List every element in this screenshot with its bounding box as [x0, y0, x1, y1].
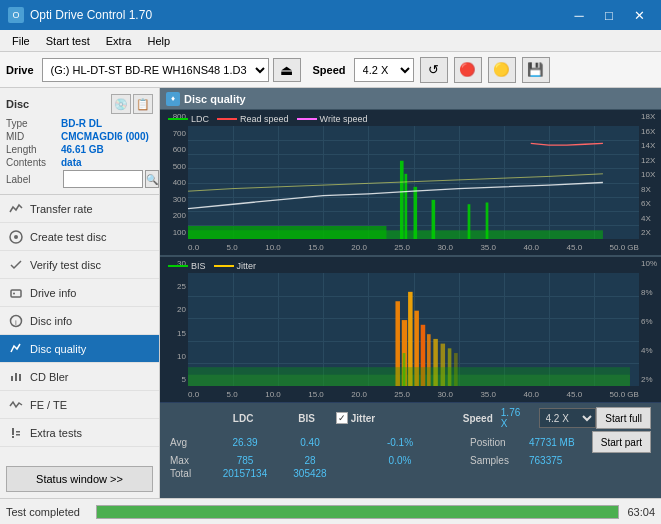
progress-bar-fill [97, 506, 618, 518]
top-chart-svg [188, 126, 639, 239]
bis-header: BIS [277, 413, 336, 424]
refresh-button[interactable]: ↺ [420, 57, 448, 83]
label-label: Label [6, 174, 61, 185]
label-browse-button[interactable]: 🔍 [145, 170, 159, 188]
quality-speed-select[interactable]: 4.2 X [539, 408, 597, 428]
svg-rect-14 [188, 230, 603, 239]
app-icon: O [8, 7, 24, 23]
position-value: 47731 MB [529, 437, 575, 448]
svg-rect-32 [188, 367, 630, 386]
top-chart-y-right: 18X 16X 14X 12X 10X 8X 6X 4X 2X [639, 110, 661, 239]
avg-label: Avg [170, 437, 210, 448]
nav-label-extra: Extra tests [30, 427, 82, 439]
svg-rect-18 [432, 200, 436, 239]
svg-rect-8 [19, 374, 21, 381]
title-bar: O Opti Drive Control 1.70 ─ □ ✕ [0, 0, 661, 30]
total-label: Total [170, 468, 210, 479]
disc-title: Disc [6, 98, 29, 110]
transfer-rate-icon [8, 201, 24, 217]
nav-items: Transfer rate Create test disc Verify te… [0, 195, 159, 447]
drive-info-icon [8, 285, 24, 301]
status-time: 63:04 [627, 506, 655, 518]
nav-label-verify: Verify test disc [30, 259, 101, 271]
bottom-chart-inner [188, 273, 639, 386]
ldc-header: LDC [209, 413, 277, 424]
menu-extra[interactable]: Extra [98, 33, 140, 49]
max-jitter: 0.0% [340, 455, 460, 466]
save-button[interactable]: 💾 [522, 57, 550, 83]
maximize-button[interactable]: □ [595, 4, 623, 26]
nav-label-fe-te: FE / TE [30, 399, 67, 411]
svg-rect-15 [400, 161, 404, 239]
svg-point-1 [14, 235, 18, 239]
jitter-checkbox[interactable]: ✓ [336, 412, 348, 424]
nav-cd-bler[interactable]: CD Bler [0, 363, 159, 391]
extra-tests-icon [8, 425, 24, 441]
bottom-chart-svg [188, 273, 639, 386]
drive-label: Drive [6, 64, 34, 76]
nav-label-cd-bler: CD Bler [30, 371, 69, 383]
label-input[interactable] [63, 170, 143, 188]
content-area: ♦ Disc quality LDC Read speed Write spee… [160, 88, 661, 498]
nav-create-test[interactable]: Create test disc [0, 223, 159, 251]
minimize-button[interactable]: ─ [565, 4, 593, 26]
menu-file[interactable]: File [4, 33, 38, 49]
svg-rect-10 [12, 436, 14, 438]
disc-quality-title: Disc quality [184, 93, 246, 105]
eject-button[interactable]: ⏏ [273, 58, 301, 82]
disc-info-icon: i [8, 313, 24, 329]
settings-button2[interactable]: 🟡 [488, 57, 516, 83]
avg-bis: 0.40 [280, 437, 340, 448]
disc-quality-header: ♦ Disc quality [160, 88, 661, 110]
menu-help[interactable]: Help [139, 33, 178, 49]
max-ldc: 785 [210, 455, 280, 466]
nav-verify-test[interactable]: Verify test disc [0, 251, 159, 279]
menu-start-test[interactable]: Start test [38, 33, 98, 49]
samples-label: Samples [470, 455, 525, 466]
status-window-button[interactable]: Status window >> [6, 466, 153, 492]
nav-disc-info[interactable]: i Disc info [0, 307, 159, 335]
nav-label-disc-quality: Disc quality [30, 343, 86, 355]
legend-ldc: LDC [168, 114, 209, 124]
top-chart-x-axis: 0.0 5.0 10.0 15.0 20.0 25.0 30.0 35.0 40… [188, 239, 639, 255]
nav-extra-tests[interactable]: Extra tests [0, 419, 159, 447]
bottom-chart: BIS Jitter 30 25 20 15 10 5 10% 8% 6 [160, 257, 661, 402]
top-chart-inner [188, 126, 639, 239]
mid-value: CMCMAGDI6 (000) [61, 131, 149, 142]
svg-rect-7 [15, 373, 17, 381]
fe-te-icon [8, 397, 24, 413]
speed-select[interactable]: 4.2 X [354, 58, 414, 82]
nav-transfer-rate[interactable]: Transfer rate [0, 195, 159, 223]
svg-point-3 [13, 292, 15, 294]
cd-bler-icon [8, 369, 24, 385]
nav-label-disc-info: Disc info [30, 315, 72, 327]
contents-value: data [61, 157, 82, 168]
nav-drive-info[interactable]: Drive info [0, 279, 159, 307]
svg-rect-16 [404, 174, 407, 239]
app-title: Opti Drive Control 1.70 [30, 8, 152, 22]
svg-rect-33 [403, 353, 406, 386]
start-full-button[interactable]: Start full [596, 407, 651, 429]
legend-read-speed: Read speed [217, 114, 289, 124]
nav-disc-quality[interactable]: Disc quality [0, 335, 159, 363]
stats-bar: LDC BIS ✓ Jitter Speed 1.76 X 4.2 X Star… [160, 402, 661, 498]
type-label: Type [6, 118, 61, 129]
progress-bar [96, 505, 619, 519]
start-part-button[interactable]: Start part [592, 431, 651, 453]
nav-fe-te[interactable]: FE / TE [0, 391, 159, 419]
main-layout: Disc 💿 📋 Type BD-R DL MID CMCMAGDI6 (000… [0, 88, 661, 498]
close-button[interactable]: ✕ [625, 4, 653, 26]
position-label: Position [470, 437, 525, 448]
samples-value: 763375 [529, 455, 562, 466]
settings-button1[interactable]: 🔴 [454, 57, 482, 83]
disc-icon1[interactable]: 💿 [111, 94, 131, 114]
legend-bis: BIS [168, 261, 206, 271]
nav-label-create: Create test disc [30, 231, 106, 243]
avg-ldc: 26.39 [210, 437, 280, 448]
drive-select[interactable]: (G:) HL-DT-ST BD-RE WH16NS48 1.D3 [42, 58, 269, 82]
legend-jitter: Jitter [214, 261, 257, 271]
jitter-header: Jitter [351, 413, 375, 424]
max-label: Max [170, 455, 210, 466]
disc-icon2[interactable]: 📋 [133, 94, 153, 114]
length-value: 46.61 GB [61, 144, 104, 155]
